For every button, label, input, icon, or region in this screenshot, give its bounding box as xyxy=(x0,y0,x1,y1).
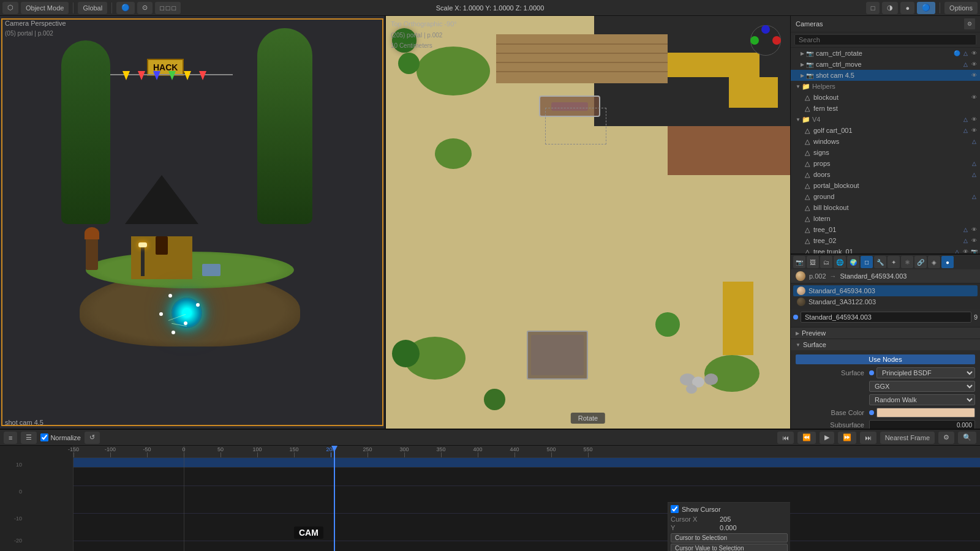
proportional-editing[interactable]: ⊙ xyxy=(137,2,153,14)
timeline-filter-btn[interactable]: 🔍 xyxy=(958,432,976,444)
show-cursor-checkbox[interactable] xyxy=(671,505,679,513)
material-node-name[interactable]: Standard_645934.003 xyxy=(801,312,971,323)
viewport-shading-wireframe[interactable]: □ xyxy=(866,2,880,14)
lamp-post xyxy=(141,246,145,276)
play-backward-btn[interactable]: ⏮ xyxy=(777,432,794,444)
prop-view-layer-icon[interactable]: 🗂 xyxy=(820,256,832,268)
outliner-item-portal-blockout[interactable]: △ portal_blockout xyxy=(791,180,980,191)
outliner-item-signs[interactable]: △ signs xyxy=(791,147,980,158)
outliner-filter-btn[interactable]: ⚙ xyxy=(964,18,975,29)
ruler-label-150neg: -150 xyxy=(68,446,79,452)
prop-scene-icon[interactable]: 🌐 xyxy=(834,256,846,268)
timeline-menu-btn[interactable]: ☰ xyxy=(21,432,37,444)
base-color-value[interactable] xyxy=(869,408,975,418)
outliner-item-tree02[interactable]: △ tree_02 △ 👁 xyxy=(791,235,980,246)
multiscatter-dropdown[interactable]: Random Walk xyxy=(869,394,975,405)
outliner-item-tree-trunk01[interactable]: △ tree trunk_01 △ 👁 📷 xyxy=(791,246,980,255)
viewport-shading-material[interactable]: ● xyxy=(900,2,914,14)
ground-tri: △ xyxy=(970,193,978,200)
mesh-icon-windows: △ xyxy=(803,137,812,146)
outliner-label-signs: signs xyxy=(813,149,978,156)
prop-particles-icon[interactable]: ✦ xyxy=(888,256,900,268)
prop-modifier-icon[interactable]: 🔧 xyxy=(874,256,886,268)
outliner-item-props[interactable]: △ props △ xyxy=(791,158,980,169)
viewport-nav-gizmo[interactable] xyxy=(747,22,784,59)
viewport-shading-solid[interactable]: ◑ xyxy=(882,2,898,14)
prop-object-icon[interactable]: □ xyxy=(861,256,873,268)
outliner-item-windows[interactable]: △ windows △ xyxy=(791,136,980,147)
prop-world-icon[interactable]: 🌍 xyxy=(847,256,859,268)
preview-header[interactable]: ▶ Preview xyxy=(791,328,980,339)
cart xyxy=(202,264,221,276)
outliner-item-shot-cam[interactable]: ▶ 📷 shot cam 4.5 👁 xyxy=(791,70,980,81)
outliner-label-cam-ctrl-move: cam_ctrl_move xyxy=(816,61,962,68)
blender-icon-button[interactable]: ⬡ xyxy=(2,2,18,14)
material-item-2[interactable]: Standard_3A3122.003 xyxy=(793,296,978,307)
outliner-item-ground[interactable]: △ ground △ xyxy=(791,191,980,202)
nearest-frame-group: Nearest Frame xyxy=(880,432,935,444)
step-backward-btn[interactable]: ⏪ xyxy=(797,432,816,444)
left-viewport[interactable]: Camera Perspective (05) portal | p.002 xyxy=(0,16,386,429)
subsurface-value: 0.000 xyxy=(957,422,972,429)
outliner-item-tree01[interactable]: △ tree_01 △ 👁 xyxy=(791,224,980,235)
refresh-btn[interactable]: ↺ xyxy=(85,432,100,444)
outliner-item-golf-cart[interactable]: △ golf cart_001 △ 👁 xyxy=(791,125,980,136)
distribution-dropdown[interactable]: GGX xyxy=(869,381,975,392)
prop-output-icon[interactable]: 🖼 xyxy=(807,256,819,268)
prop-physics-icon[interactable]: ⚛ xyxy=(901,256,913,268)
material-name-display: Standard_645934.003 xyxy=(840,272,907,280)
material-item-1[interactable]: Standard_645934.003 xyxy=(793,285,978,296)
brown-building xyxy=(668,126,790,175)
outliner-item-lotern[interactable]: △ lotern xyxy=(791,213,980,224)
cursor-value-to-selection-btn[interactable]: Cursor Value to Selection xyxy=(671,544,788,551)
outliner-item-helpers[interactable]: ▼ 📁 Helpers xyxy=(791,81,980,92)
viewport-shading-rendered[interactable]: 🔵 xyxy=(917,2,935,14)
outliner-item-fern[interactable]: △ fern test xyxy=(791,103,980,114)
right-viewport[interactable]: Top Orthographic -90° (205) portal | p.0… xyxy=(386,16,790,429)
object-mode-dropdown[interactable]: Object Mode xyxy=(21,2,69,14)
outliner-icons-windows: △ xyxy=(970,138,978,145)
outliner-item-cam-ctrl-rotate[interactable]: ▶ 📷 cam_ctrl_rotate 🔵 △ 👁 xyxy=(791,48,980,59)
prop-constraints-icon[interactable]: 🔗 xyxy=(914,256,927,268)
outliner-item-cam-ctrl-move[interactable]: ▶ 📷 cam_ctrl_move △ 👁 xyxy=(791,59,980,70)
scale-display: Scale X: 1.0000 Y: 1.0000 Z: 1.0000 xyxy=(436,4,545,12)
timeline-icon-btn[interactable]: ≡ xyxy=(4,432,17,444)
base-color-swatch[interactable] xyxy=(876,408,975,418)
use-nodes-button[interactable]: Use Nodes xyxy=(796,354,975,364)
cursor-panel: Show Cursor Cursor X 205 Y 0.000 Cursor … xyxy=(668,502,790,551)
timeline-content[interactable]: 10 0 -10 -20 -150 -100 -50 0 50 100 150 … xyxy=(0,446,980,551)
timeline-playhead[interactable] xyxy=(334,446,335,551)
timeline-options-btn[interactable]: ⚙ xyxy=(938,432,954,444)
options-button[interactable]: Options xyxy=(944,2,978,14)
outliner-search-input[interactable] xyxy=(794,34,976,45)
mesh-icon-portal: △ xyxy=(803,181,812,190)
play-forward-btn[interactable]: ⏭ xyxy=(860,432,876,444)
outliner-icons-right-3: 👁 xyxy=(970,72,978,79)
outliner-item-bill[interactable]: △ bill blockout xyxy=(791,202,980,213)
snap-toggle[interactable]: 🔵 xyxy=(116,2,135,14)
outliner-icons-ground: △ xyxy=(970,193,978,200)
show-cursor-row: Show Cursor xyxy=(671,505,788,513)
outliner-label-blockout: blockout xyxy=(813,94,970,101)
rotate-button[interactable]: Rotate xyxy=(571,413,605,424)
step-forward-btn[interactable]: ⏩ xyxy=(838,432,856,444)
subsurface-bar[interactable]: 0.000 xyxy=(869,420,975,429)
surface-type-dropdown[interactable]: Principled BSDF xyxy=(876,367,975,378)
tool-icons[interactable]: □ □ □ xyxy=(155,2,181,14)
outliner-icons-right-2: △ 👁 xyxy=(962,61,978,68)
prop-data-icon[interactable]: ◈ xyxy=(928,256,940,268)
preview-label: Preview xyxy=(802,329,826,337)
outliner-search[interactable] xyxy=(791,32,980,48)
outliner-item-blockout[interactable]: △ blockout 👁 xyxy=(791,92,980,103)
prop-render-icon[interactable]: 📷 xyxy=(793,256,805,268)
big-tree-left xyxy=(61,40,110,224)
normalize-checkbox[interactable] xyxy=(40,433,48,441)
transform-orientation-dropdown[interactable]: Global xyxy=(78,2,107,14)
play-btn[interactable]: ▶ xyxy=(820,432,834,444)
outliner-item-v4[interactable]: ▼ 📁 V4 △ 👁 xyxy=(791,114,980,125)
nearest-frame-dropdown[interactable]: Nearest Frame xyxy=(880,432,935,444)
surface-header[interactable]: ▼ Surface xyxy=(791,339,980,350)
cursor-to-selection-btn[interactable]: Cursor to Selection xyxy=(671,533,788,542)
prop-material-icon[interactable]: ● xyxy=(941,256,954,268)
outliner-item-doors[interactable]: △ doors △ xyxy=(791,169,980,180)
